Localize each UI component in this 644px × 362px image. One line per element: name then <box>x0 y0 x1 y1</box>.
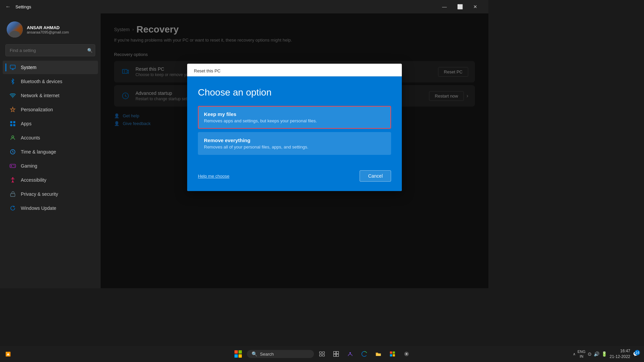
sidebar-label-accounts: Accounts <box>21 135 40 140</box>
taskbar-right: ∧ ENG IN ⊙ 🔊 🔋 16:47 21-12-2022 💬 14 <box>573 348 639 360</box>
user-section[interactable]: ANSAR AHMAD ansaraa7095@gmail.com <box>0 16 101 43</box>
sidebar-label-system: System <box>21 65 37 70</box>
clock-time: 16:47 <box>610 348 630 354</box>
taskbar-search[interactable]: 🔍 Search <box>247 350 314 358</box>
title-bar: ← Settings — ⬜ ✕ <box>0 0 488 13</box>
sidebar-item-bluetooth[interactable]: Bluetooth & devices <box>3 75 98 88</box>
option-keep-files[interactable]: Keep my files Removes apps and settings,… <box>198 106 391 129</box>
sidebar-item-gaming[interactable]: Gaming <box>3 159 98 173</box>
sidebar-label-apps: Apps <box>21 121 32 126</box>
svg-point-23 <box>350 352 351 354</box>
close-button[interactable]: ✕ <box>468 1 483 12</box>
option1-title: Keep my files <box>204 111 385 117</box>
option1-desc: Removes apps and settings, but keeps you… <box>204 118 385 123</box>
edge-button[interactable] <box>358 348 370 360</box>
sidebar-item-accounts[interactable]: Accounts <box>3 131 98 144</box>
network-icon <box>9 92 16 99</box>
svg-point-29 <box>406 353 408 355</box>
sidebar-label-bluetooth: Bluetooth & devices <box>21 79 62 84</box>
sidebar-label-personalization: Personalization <box>21 107 53 112</box>
sidebar-item-personalization[interactable]: Personalization <box>3 103 98 116</box>
svg-rect-26 <box>390 354 392 357</box>
svg-rect-25 <box>393 352 395 354</box>
svg-rect-5 <box>13 124 15 126</box>
up-arrow-icon[interactable]: ∧ <box>573 352 576 356</box>
start-button[interactable] <box>231 347 245 361</box>
modal-header-title: Reset this PC <box>194 68 220 73</box>
sidebar-item-time[interactable]: Time & language <box>3 145 98 159</box>
main-content: System › Recovery If you're having probl… <box>101 13 488 288</box>
notification-button[interactable]: 💬 14 <box>633 351 639 357</box>
svg-rect-2 <box>10 121 12 123</box>
help-me-choose-link[interactable]: Help me choose <box>198 174 229 179</box>
sidebar-item-accessibility[interactable]: Accessibility <box>3 173 98 187</box>
taskbar-search-icon: 🔍 <box>252 351 257 357</box>
title-bar-controls: — ⬜ ✕ <box>437 1 483 12</box>
notification-center[interactable]: 🔼 <box>5 352 11 357</box>
sidebar-item-privacy[interactable]: Privacy & security <box>3 187 98 201</box>
system-icon <box>9 64 16 71</box>
reset-modal: Reset this PC Choose an option Keep my f… <box>187 64 402 191</box>
svg-point-6 <box>12 136 14 138</box>
privacy-icon <box>9 191 16 197</box>
sidebar: ANSAR AHMAD ansaraa7095@gmail.com 🔍 Syst… <box>0 13 101 288</box>
svg-rect-16 <box>323 352 325 353</box>
settings-taskbar-button[interactable] <box>400 348 413 360</box>
store-button[interactable] <box>386 348 398 360</box>
sidebar-item-apps[interactable]: Apps <box>3 117 98 130</box>
svg-rect-27 <box>393 354 395 357</box>
svg-rect-12 <box>10 194 15 197</box>
window-body: ANSAR AHMAD ansaraa7095@gmail.com 🔍 Syst… <box>0 13 488 288</box>
sidebar-item-network[interactable]: Network & internet <box>3 89 98 102</box>
svg-rect-21 <box>334 354 336 357</box>
back-button[interactable]: ← <box>5 4 11 10</box>
search-icon: 🔍 <box>87 48 93 53</box>
svg-point-11 <box>12 178 13 179</box>
sidebar-label-accessibility: Accessibility <box>21 177 46 183</box>
option2-title: Remove everything <box>204 137 385 143</box>
svg-point-9 <box>14 165 14 166</box>
wifi-icon[interactable]: ⊙ <box>588 351 592 357</box>
battery-icon[interactable]: 🔋 <box>601 351 607 357</box>
modal-footer: Help me choose Cancel <box>187 165 402 191</box>
sidebar-label-time: Time & language <box>21 149 56 155</box>
svg-rect-3 <box>13 121 15 123</box>
teams-button[interactable] <box>344 348 356 360</box>
svg-rect-20 <box>336 352 339 354</box>
svg-rect-4 <box>10 124 12 126</box>
language-indicator: ENG IN <box>578 349 586 359</box>
window-title: Settings <box>15 4 31 9</box>
modal-header: Reset this PC <box>187 64 402 76</box>
option-remove-everything[interactable]: Remove everything Removes all of your pe… <box>198 132 391 155</box>
sys-tray: ∧ ENG IN ⊙ 🔊 🔋 <box>573 349 607 359</box>
sidebar-label-privacy: Privacy & security <box>21 191 58 197</box>
gaming-icon <box>9 163 16 169</box>
avatar <box>7 21 23 38</box>
modal-overlay: Reset this PC Choose an option Keep my f… <box>101 13 488 288</box>
svg-rect-15 <box>320 352 322 353</box>
sidebar-item-system[interactable]: System <box>3 61 98 74</box>
svg-rect-18 <box>323 355 325 356</box>
maximize-button[interactable]: ⬜ <box>452 1 468 12</box>
widgets-button[interactable] <box>330 348 342 360</box>
volume-icon[interactable]: 🔊 <box>594 351 599 357</box>
taskbar-left: 🔼 <box>5 352 11 357</box>
sidebar-label-gaming: Gaming <box>21 163 37 169</box>
user-info: ANSAR AHMAD ansaraa7095@gmail.com <box>27 25 95 34</box>
sidebar-item-update[interactable]: Windows Update <box>3 201 98 215</box>
sidebar-label-network: Network & internet <box>21 93 59 98</box>
modal-body: Choose an option Keep my files Removes a… <box>187 76 402 165</box>
system-clock[interactable]: 16:47 21-12-2022 <box>610 348 630 360</box>
user-email: ansaraa7095@gmail.com <box>27 30 95 34</box>
bluetooth-icon <box>9 78 16 85</box>
svg-rect-24 <box>390 352 392 354</box>
task-view-button[interactable] <box>316 348 328 360</box>
explorer-button[interactable] <box>372 348 384 360</box>
search-input[interactable] <box>5 44 95 56</box>
search-box: 🔍 <box>5 44 95 56</box>
cancel-button[interactable]: Cancel <box>360 170 391 182</box>
svg-rect-17 <box>320 355 322 356</box>
notification-badge: 14 <box>635 350 640 355</box>
windows-logo <box>234 350 242 358</box>
minimize-button[interactable]: — <box>437 1 452 12</box>
